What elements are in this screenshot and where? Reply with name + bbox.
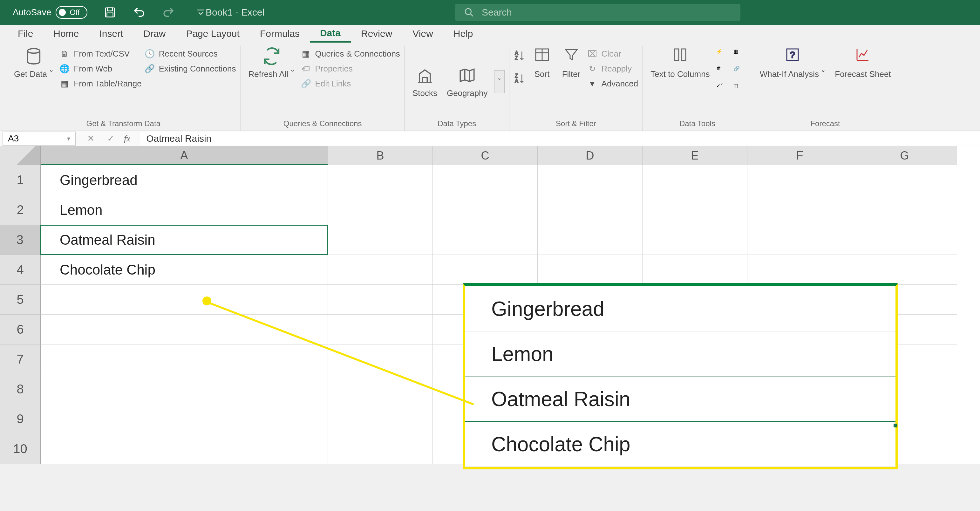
search-box[interactable]: Search bbox=[455, 4, 740, 21]
tab-insert[interactable]: Insert bbox=[89, 25, 133, 41]
recent-sources-button[interactable]: 🕓Recent Sources bbox=[145, 49, 236, 59]
col-header-B[interactable]: B bbox=[328, 146, 433, 165]
consolidate-icon[interactable]: ▦ bbox=[733, 48, 748, 62]
stocks-icon bbox=[415, 66, 435, 86]
select-all-corner[interactable] bbox=[0, 146, 41, 165]
cell-A1[interactable]: Gingerbread bbox=[41, 165, 328, 195]
col-header-E[interactable]: E bbox=[643, 146, 748, 165]
properties-button[interactable]: 🏷Properties bbox=[301, 64, 400, 74]
cell-A2[interactable]: Lemon bbox=[41, 195, 328, 225]
group-forecast: Forecast bbox=[757, 117, 894, 131]
from-text-csv-button[interactable]: 🗎From Text/CSV bbox=[60, 49, 142, 59]
data-validation-icon[interactable]: ✓˅ bbox=[716, 83, 730, 97]
relationships-icon[interactable]: 🔗 bbox=[733, 65, 748, 80]
col-header-F[interactable]: F bbox=[748, 146, 852, 165]
sort-asc-icon[interactable]: AZ bbox=[514, 49, 526, 63]
reapply-icon: ↻ bbox=[587, 64, 597, 74]
row-header-4[interactable]: 4 bbox=[0, 255, 41, 285]
col-header-D[interactable]: D bbox=[538, 146, 643, 165]
row-header-5[interactable]: 5 bbox=[0, 285, 41, 315]
cell-A4[interactable]: Chocolate Chip bbox=[41, 255, 328, 285]
sort-desc-icon[interactable]: ZA bbox=[514, 72, 526, 86]
stocks-button[interactable]: Stocks bbox=[409, 65, 441, 98]
sort-icon bbox=[532, 47, 552, 67]
tab-page-layout[interactable]: Page Layout bbox=[176, 25, 250, 41]
col-header-A[interactable]: A bbox=[41, 146, 328, 165]
text-columns-icon bbox=[670, 47, 690, 67]
name-box[interactable]: A3 ▾ bbox=[3, 132, 76, 146]
from-table-range-button[interactable]: ▦From Table/Range bbox=[60, 79, 142, 89]
svg-text:Z: Z bbox=[515, 55, 518, 61]
queries-connections-button[interactable]: ▦Queries & Connections bbox=[301, 49, 400, 59]
refresh-icon bbox=[262, 47, 282, 67]
tab-view[interactable]: View bbox=[402, 25, 443, 41]
get-data-button[interactable]: Get Data ˅ bbox=[11, 46, 57, 79]
tab-home[interactable]: Home bbox=[43, 25, 89, 41]
edit-links-button[interactable]: 🔗Edit Links bbox=[301, 79, 400, 89]
formula-input[interactable] bbox=[140, 132, 980, 146]
cancel-icon[interactable]: ✕ bbox=[87, 133, 94, 144]
row-header-6[interactable]: 6 bbox=[0, 315, 41, 344]
tab-draw[interactable]: Draw bbox=[133, 25, 176, 41]
row-header-3[interactable]: 3 bbox=[0, 225, 41, 255]
enter-icon[interactable]: ✓ bbox=[107, 133, 115, 144]
what-if-button[interactable]: ? What-If Analysis ˅ bbox=[757, 46, 829, 79]
callout-item: Chocolate Chip bbox=[465, 422, 896, 467]
properties-icon: 🏷 bbox=[301, 64, 311, 74]
sort-button[interactable]: Sort bbox=[529, 46, 555, 79]
row-header-7[interactable]: 7 bbox=[0, 344, 41, 374]
group-data-tools: Data Tools bbox=[647, 117, 747, 131]
from-web-button[interactable]: 🌐From Web bbox=[60, 64, 142, 74]
redo-icon[interactable] bbox=[162, 6, 175, 19]
tab-review[interactable]: Review bbox=[351, 25, 402, 41]
refresh-all-button[interactable]: Refresh All ˅ bbox=[245, 46, 298, 79]
row-header-9[interactable]: 9 bbox=[0, 404, 41, 434]
text-csv-icon: 🗎 bbox=[60, 49, 69, 59]
col-header-C[interactable]: C bbox=[433, 146, 538, 165]
connections-icon: 🔗 bbox=[145, 64, 154, 74]
advanced-button[interactable]: ▼Advanced bbox=[587, 79, 638, 89]
callout-anchor-dot bbox=[202, 296, 211, 306]
data-types-more-button[interactable]: ˅ bbox=[494, 70, 504, 93]
cell-B now[interactable] bbox=[328, 165, 433, 195]
web-icon: 🌐 bbox=[60, 64, 69, 74]
chevron-down-icon[interactable]: ▾ bbox=[67, 135, 70, 142]
row-header-10[interactable]: 10 bbox=[0, 434, 41, 464]
existing-connections-button[interactable]: 🔗Existing Connections bbox=[145, 64, 236, 74]
svg-text:A: A bbox=[515, 78, 518, 84]
svg-line-5 bbox=[470, 14, 473, 16]
svg-rect-2 bbox=[107, 13, 113, 17]
forecast-sheet-button[interactable]: Forecast Sheet bbox=[832, 46, 894, 79]
tab-file[interactable]: File bbox=[8, 25, 43, 41]
callout-item-active: Oatmeal Raisin bbox=[465, 377, 896, 422]
data-model-icon[interactable]: ◫ bbox=[733, 83, 748, 97]
undo-icon[interactable] bbox=[132, 6, 146, 19]
filter-button[interactable]: Filter bbox=[558, 46, 584, 79]
fx-icon[interactable]: fx bbox=[124, 134, 130, 144]
tab-help[interactable]: Help bbox=[443, 25, 483, 41]
text-to-columns-button[interactable]: Text to Columns bbox=[647, 46, 713, 79]
row-header-2[interactable]: 2 bbox=[0, 195, 41, 225]
col-header-G[interactable]: G bbox=[852, 146, 957, 165]
flash-fill-icon[interactable]: ⚡ bbox=[716, 48, 730, 62]
save-icon[interactable] bbox=[103, 6, 117, 19]
ribbon: Get Data ˅ 🗎From Text/CSV 🌐From Web ▦Fro… bbox=[0, 42, 980, 131]
advanced-icon: ▼ bbox=[587, 79, 597, 89]
svg-rect-14 bbox=[674, 49, 679, 60]
geography-button[interactable]: Geography bbox=[444, 65, 491, 98]
filter-icon bbox=[562, 47, 581, 67]
autosave-toggle[interactable]: Off bbox=[56, 6, 88, 19]
tab-formulas[interactable]: Formulas bbox=[250, 25, 310, 41]
cell-A3[interactable]: Oatmeal Raisin bbox=[41, 225, 328, 255]
callout-zoom: Gingerbread Lemon Oatmeal Raisin Chocola… bbox=[463, 283, 898, 470]
clear-filter-button[interactable]: ⌧Clear bbox=[587, 49, 638, 59]
row-header-8[interactable]: 8 bbox=[0, 374, 41, 404]
group-get-transform: Get & Transform Data bbox=[11, 117, 236, 131]
reapply-button[interactable]: ↻Reapply bbox=[587, 64, 638, 74]
row-header-1[interactable]: 1 bbox=[0, 165, 41, 195]
tab-data[interactable]: Data bbox=[310, 24, 351, 43]
autosave-label: AutoSave bbox=[13, 7, 51, 18]
remove-duplicates-icon[interactable]: 🗑 bbox=[716, 65, 730, 80]
svg-point-6 bbox=[28, 49, 40, 53]
svg-point-4 bbox=[465, 9, 471, 14]
